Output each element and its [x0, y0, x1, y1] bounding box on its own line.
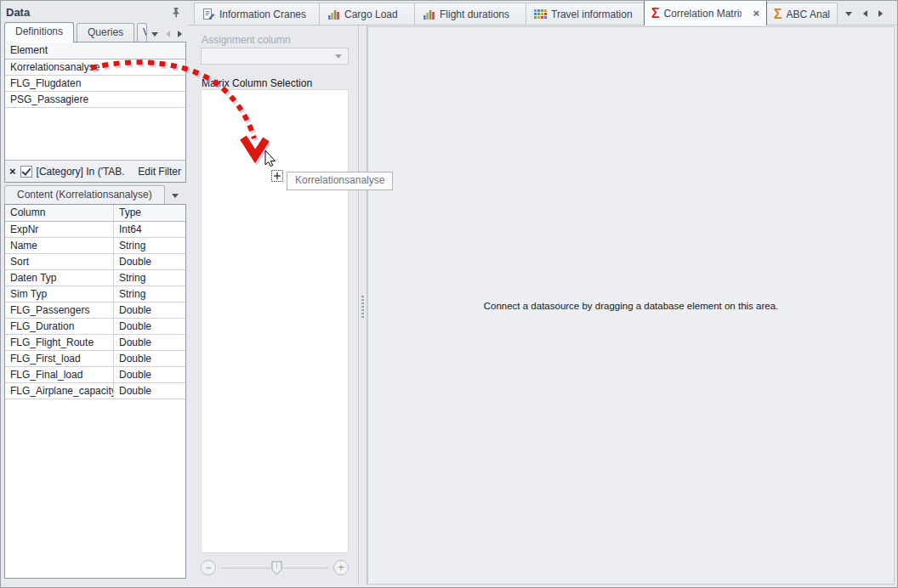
panel-splitter[interactable]: [358, 25, 367, 585]
zoom-in-button[interactable]: +: [333, 560, 349, 575]
matrix-column-listbox[interactable]: [201, 89, 349, 553]
arrow-left-icon[interactable]: [166, 31, 170, 37]
document-tab-bar: Information Cranes Cargo Load Flight dur…: [188, 0, 898, 25]
tab-cargo-load[interactable]: Cargo Load: [319, 3, 415, 25]
arrow-right-icon[interactable]: [878, 10, 883, 17]
filter-bar: × [Category] In ('TAB... Edit Filter: [5, 160, 185, 182]
table-row[interactable]: FLG_Final_loadDouble: [5, 367, 185, 383]
correlation-matrix-tool-panel: Assignment column Matrix Column Selectio…: [194, 25, 358, 585]
tab-abc-analysis[interactable]: Σ ABC Analy: [766, 3, 838, 25]
data-panel-tabs: Definitions Queries Vi: [4, 22, 185, 42]
close-icon[interactable]: ×: [753, 8, 759, 19]
pin-icon[interactable]: [170, 6, 182, 18]
tab-travel-information[interactable]: Travel information: [526, 3, 645, 25]
table-row[interactable]: NameString: [5, 238, 185, 254]
edit-filter-button[interactable]: Edit Filter: [138, 166, 181, 178]
zoom-out-button[interactable]: −: [201, 560, 216, 575]
list-item-flg-flugdaten[interactable]: FLG_Flugdaten: [5, 76, 185, 92]
chevron-down-icon: [335, 54, 342, 59]
table-row[interactable]: FLG_PassengersDouble: [5, 302, 185, 319]
arrow-left-icon[interactable]: [863, 10, 867, 17]
chevron-down-icon[interactable]: [172, 194, 179, 198]
element-list: Element Korrelationsanalyse FLG_Flugdate…: [4, 42, 186, 183]
column-header: Column: [5, 205, 114, 221]
sigma-icon: Σ: [774, 8, 782, 21]
grid-icon: [533, 8, 547, 21]
bar-chart-icon: [422, 8, 435, 21]
element-list-header: Element: [5, 42, 185, 59]
zoom-slider-row: − +: [201, 559, 349, 576]
table-row[interactable]: ExpNrInt64: [5, 222, 185, 238]
tab-bar-controls: [845, 10, 883, 17]
filter-checkbox[interactable]: [20, 166, 32, 178]
tab-flight-durations[interactable]: Flight durations: [414, 3, 526, 25]
filter-expression: [Category] In ('TAB...: [37, 166, 125, 178]
document-edit-icon: [202, 8, 215, 21]
matrix-column-selection-label: Matrix Column Selection: [202, 77, 312, 89]
table-row[interactable]: FLG_Airplane_capacityDouble: [5, 383, 185, 399]
data-panel-title: Data: [6, 6, 170, 19]
bar-chart-icon: [327, 8, 340, 21]
tab-definitions[interactable]: Definitions: [4, 22, 74, 42]
table-row[interactable]: Sim TypString: [5, 286, 185, 302]
zoom-slider-thumb[interactable]: [271, 561, 282, 578]
table-row[interactable]: SortDouble: [5, 254, 185, 270]
zoom-slider-track[interactable]: [221, 568, 328, 568]
table-row[interactable]: FLG_Flight_RouteDouble: [5, 335, 185, 351]
table-row[interactable]: FLG_First_loadDouble: [5, 351, 185, 367]
content-tab-row: Content (Korrelationsanalyse): [4, 184, 185, 204]
data-panel: Data Definitions Queries Vi Element Korr…: [3, 3, 185, 585]
assignment-column-dropdown[interactable]: [201, 48, 349, 65]
data-panel-header: Data: [3, 3, 185, 21]
chevron-down-icon[interactable]: [151, 32, 158, 37]
table-row[interactable]: Daten TypString: [5, 270, 185, 286]
sigma-icon: Σ: [651, 7, 660, 20]
list-item-korrelationsanalyse[interactable]: Korrelationsanalyse: [5, 59, 185, 76]
columns-table: Column Type ExpNrInt64 NameString SortDo…: [4, 204, 186, 579]
drop-area-message: Connect a datasource by dragging a datab…: [484, 301, 779, 311]
tab-correlation-matrix[interactable]: Σ Correlation Matrix ×: [644, 0, 767, 25]
datasource-drop-area[interactable]: Connect a datasource by dragging a datab…: [367, 26, 895, 585]
tab-information-cranes[interactable]: Information Cranes: [194, 3, 320, 25]
remove-filter-icon[interactable]: ×: [9, 167, 16, 177]
tab-truncated[interactable]: Vi: [137, 23, 147, 42]
assignment-column-label: Assignment column: [202, 34, 291, 46]
list-item-psg-passagiere[interactable]: PSG_Passagiere: [5, 92, 185, 108]
drag-tooltip: Korrelationsanalyse: [287, 172, 393, 190]
columns-table-header: Column Type: [5, 205, 185, 222]
splitter-grip-icon: [361, 296, 364, 319]
tab-content[interactable]: Content (Korrelationsanalyse): [4, 185, 165, 204]
type-header: Type: [114, 205, 185, 221]
table-row[interactable]: FLG_DurationDouble: [5, 319, 185, 335]
tab-queries[interactable]: Queries: [77, 23, 134, 42]
arrow-right-icon[interactable]: [178, 31, 182, 37]
chevron-down-icon[interactable]: [845, 12, 852, 16]
